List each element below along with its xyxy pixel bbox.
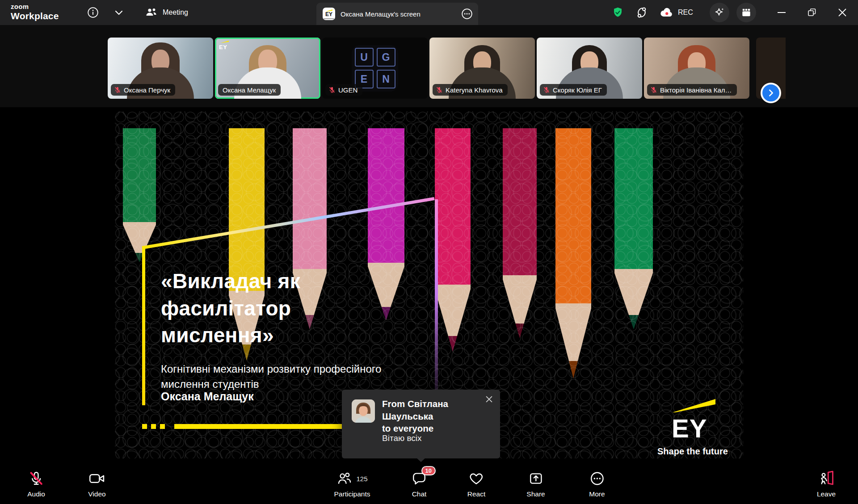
apps-grid-icon <box>740 7 752 18</box>
frame-left-line <box>142 248 145 405</box>
participants-label: Participants <box>334 490 370 498</box>
tab-shared-screen-label: Оксана Мелащук's screen <box>341 10 456 18</box>
zoom-workplace-logo: zoom Workplace <box>11 3 59 21</box>
connected-apps-button[interactable] <box>635 0 649 25</box>
participant-tile[interactable]: Оксана Перчук <box>108 38 213 99</box>
cloud-recording-icon <box>660 7 674 18</box>
slide-title: «Викладач як фасилітатор мислення» <box>161 268 300 349</box>
video-camera-icon <box>88 471 105 486</box>
slide-subtitle: Когнітивні механізми розвитку професійно… <box>161 361 381 392</box>
share-screen-icon <box>528 471 543 486</box>
meeting-info-button[interactable] <box>87 0 99 25</box>
react-button[interactable]: React <box>467 470 486 498</box>
video-strip: Оксана Перчук EY Оксана Мелащук UG EN UG… <box>0 25 858 107</box>
chat-popup-close-button[interactable] <box>483 393 495 405</box>
circular-arrows-icon <box>635 6 648 19</box>
leave-label: Leave <box>817 490 836 498</box>
chat-notification-popup[interactable]: From Світлана Шаульська to everyone Віта… <box>342 390 500 458</box>
participant-name: Оксана Перчук <box>124 86 170 94</box>
muted-mic-icon <box>650 86 657 93</box>
ai-companion-button[interactable] <box>710 3 729 22</box>
recording-indicator[interactable]: REC <box>660 0 693 25</box>
participant-name: Вікторія Іванівна Кал… <box>660 86 732 94</box>
tab-meeting[interactable]: Meeting <box>145 0 188 25</box>
audio-button[interactable]: Audio <box>27 470 45 498</box>
titlebar-dropdown-button[interactable] <box>113 0 125 25</box>
muted-mic-icon <box>114 86 121 93</box>
ey-app-icon: EY <box>323 8 335 20</box>
chat-unread-badge: 10 <box>421 466 436 475</box>
title-bar: zoom Workplace Meeting EY Оксана Мелащук… <box>0 0 858 25</box>
share-button[interactable]: Share <box>526 470 545 498</box>
muted-mic-icon <box>328 86 336 93</box>
tab-meeting-label: Meeting <box>163 8 188 17</box>
chevron-right-icon <box>766 88 775 97</box>
minimize-button[interactable] <box>775 0 788 25</box>
pencil-graphic <box>555 128 591 378</box>
pencil-graphic <box>368 128 404 320</box>
participant-tile[interactable]: Kateryna Khavrova <box>429 38 535 99</box>
muted-mic-icon <box>543 86 550 93</box>
ey-logo-tagline: Shape the future with confidence <box>657 445 728 458</box>
muted-mic-icon <box>436 86 443 93</box>
close-icon <box>486 396 492 403</box>
restore-button[interactable] <box>805 0 819 25</box>
participant-tile-active[interactable]: EY Оксана Мелащук <box>215 38 320 99</box>
participant-name: Оксана Мелащук <box>223 86 276 94</box>
frame-dash-bar <box>174 424 358 429</box>
ellipsis-circle-icon <box>461 8 473 20</box>
video-label: Video <box>88 490 105 498</box>
participant-name: Скоряк Юлія ЕГ <box>553 86 602 94</box>
apps-button[interactable] <box>736 3 756 22</box>
security-button[interactable] <box>611 0 624 25</box>
chat-label: Chat <box>412 490 427 498</box>
video-button[interactable]: Video <box>88 470 105 498</box>
ey-logo-wordmark: EY <box>672 413 707 443</box>
participant-tile[interactable]: Вікторія Іванівна Кал… <box>644 38 749 99</box>
audio-label: Audio <box>27 490 45 498</box>
participant-name: Kateryna Khavrova <box>446 86 503 94</box>
frame-dash <box>160 424 165 429</box>
sender-avatar <box>352 399 375 423</box>
leave-button[interactable]: Leave <box>817 470 836 498</box>
react-label: React <box>467 490 486 498</box>
rec-label: REC <box>678 8 693 17</box>
pencil-graphic <box>435 128 471 352</box>
participants-count: 125 <box>356 475 367 483</box>
pencil-graphic <box>503 128 537 338</box>
tab-more-options-button[interactable] <box>461 8 473 20</box>
minimize-icon <box>778 12 786 13</box>
chat-popup-title: From Світлана Шаульська to everyone <box>382 398 500 435</box>
share-label: Share <box>526 490 545 498</box>
more-button[interactable]: More <box>589 470 605 498</box>
close-icon <box>838 8 846 17</box>
close-button[interactable] <box>835 0 850 25</box>
chevron-down-icon <box>115 10 123 15</box>
frame-right-line <box>435 199 438 408</box>
frame-dash <box>142 424 147 429</box>
participant-name: UGEN <box>338 86 358 94</box>
chat-popup-message: Вітаю всіх <box>382 433 422 443</box>
next-participants-page-button[interactable] <box>761 83 781 103</box>
participants-button[interactable]: 125 Participants <box>334 470 370 498</box>
frame-dash <box>151 424 156 429</box>
pencil-graphic <box>123 128 156 262</box>
more-ellipsis-icon <box>589 471 605 486</box>
participant-tile[interactable]: Скоряк Юлія ЕГ <box>537 38 642 99</box>
popup-pointer <box>416 458 426 467</box>
info-icon <box>87 7 99 18</box>
participants-icon <box>336 471 352 486</box>
more-label: More <box>589 490 605 498</box>
leave-door-icon <box>818 470 835 487</box>
heart-icon <box>468 471 484 486</box>
logo-line-workplace: Workplace <box>11 11 59 21</box>
ey-logo-beam <box>673 399 715 412</box>
sparkle-icon <box>714 7 725 18</box>
slide-author: Оксана Мелащук <box>161 390 254 403</box>
chat-button[interactable]: 10 Chat <box>412 470 427 498</box>
tab-shared-screen[interactable]: EY Оксана Мелащук's screen <box>316 3 478 25</box>
mic-muted-icon <box>28 470 44 487</box>
participant-tile[interactable]: UG EN UGEN <box>322 38 428 99</box>
meeting-toolbar: Audio Video 125 Participants <box>0 467 858 504</box>
restore-icon <box>808 8 816 17</box>
